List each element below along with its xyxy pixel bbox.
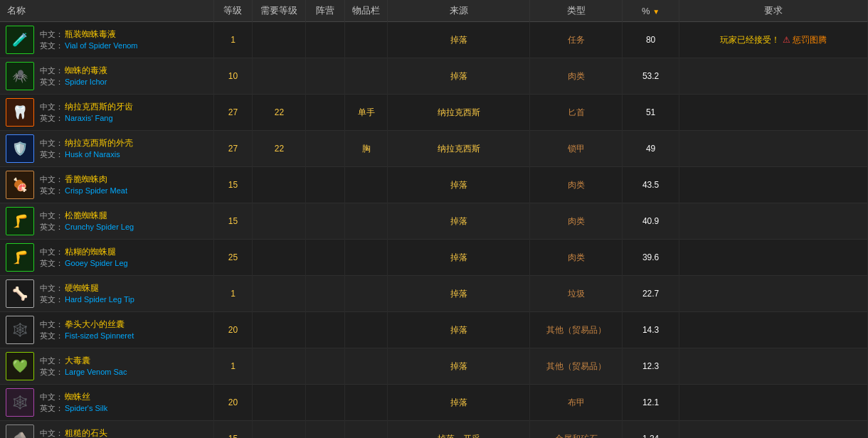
item-type: 肉类 [530, 203, 623, 240]
item-names: 中文：粘糊的蜘蛛腿 英文：Gooey Spider Leg [40, 246, 128, 269]
req-icon: ⚠ [783, 35, 790, 45]
item-type: 锁甲 [530, 131, 623, 167]
item-names: 中文：纳拉克西斯的牙齿 英文：Naraxis' Fang [40, 101, 133, 124]
table-row: 🪨 中文：粗糙的石头 英文：Coarse Stone 15掉落、开采金属和矿石1… [0, 421, 868, 439]
item-requirement [679, 348, 868, 385]
item-names: 中文：香脆蜘蛛肉 英文：Crisp Spider Meat [40, 173, 127, 196]
item-cn-name: 中文：瓶装蜘蛛毒液 [40, 28, 138, 41]
drop-rate: 1.34 [623, 421, 679, 439]
req-level [253, 421, 306, 439]
item-icon: 🕸️ [6, 316, 34, 344]
item-requirement [679, 131, 868, 167]
table-row: 🦴 中文：硬蜘蛛腿 英文：Hard Spider Leg Tip 1掉落垃圾22… [0, 276, 868, 312]
drop-rate: 12.3 [623, 348, 679, 385]
item-source: 掉落 [388, 58, 530, 95]
faction [306, 203, 345, 240]
item-en-name: 英文：Vial of Spider Venom [40, 41, 138, 51]
item-en-name: 英文：Gooey Spider Leg [40, 258, 128, 269]
header-requirement[interactable]: 要求 [679, 0, 868, 22]
header-faction[interactable]: 阵营 [306, 0, 345, 22]
item-name-cell: 🦴 中文：硬蜘蛛腿 英文：Hard Spider Leg Tip [0, 276, 213, 312]
item-name-cell: 🕸️ 中文：蜘蛛丝 英文：Spider's Silk [0, 385, 213, 421]
item-source: 纳拉克西斯 [388, 95, 530, 131]
item-icon: 🦴 [6, 279, 34, 308]
item-icon: 🦵 [6, 207, 34, 235]
item-name-cell: 💚 中文：大毒囊 英文：Large Venom Sac [0, 348, 213, 385]
drop-rate: 49 [623, 131, 679, 167]
header-pct[interactable]: % ▼ [623, 0, 679, 22]
item-level: 1 [213, 348, 253, 385]
req-level [253, 348, 306, 385]
item-icon: 🦷 [6, 98, 34, 127]
item-en-name: 英文：Crunchy Spider Leg [40, 222, 134, 233]
item-cn-name: 中文：硬蜘蛛腿 [40, 282, 134, 294]
item-cn-name: 中文：蜘蛛的毒液 [40, 65, 107, 77]
faction [306, 131, 345, 167]
drop-rate: 22.7 [623, 276, 679, 312]
item-names: 中文：粗糙的石头 英文：Coarse Stone [40, 427, 112, 438]
item-icon: 🍖 [6, 171, 34, 199]
item-requirement [679, 385, 868, 421]
item-level: 1 [213, 22, 253, 58]
drop-rate: 51 [623, 95, 679, 131]
drop-rate: 39.6 [623, 240, 679, 276]
drop-rate: 80 [623, 22, 679, 58]
item-names: 中文：瓶装蜘蛛毒液 英文：Vial of Spider Venom [40, 28, 138, 51]
faction [306, 58, 345, 95]
item-names: 中文：拳头大小的丝囊 英文：Fist-sized Spinneret [40, 319, 134, 341]
item-names: 中文：硬蜘蛛腿 英文：Hard Spider Leg Tip [40, 282, 134, 305]
drop-rate: 43.5 [623, 167, 679, 203]
table-row: 🧪 中文：瓶装蜘蛛毒液 英文：Vial of Spider Venom 1掉落任… [0, 22, 868, 58]
req-detail: 惩罚图腾 [793, 35, 827, 45]
item-names: 中文：蜘蛛丝 英文：Spider's Silk [40, 391, 107, 414]
header-slot[interactable]: 物品栏 [345, 0, 388, 22]
req-level [253, 167, 306, 203]
item-level: 1 [213, 276, 253, 312]
item-en-name: 英文：Hard Spider Leg Tip [40, 294, 134, 305]
item-name-cell: 🦷 中文：纳拉克西斯的牙齿 英文：Naraxis' Fang [0, 95, 213, 131]
req-level [253, 58, 306, 95]
item-requirement [679, 203, 868, 240]
table-row: 💚 中文：大毒囊 英文：Large Venom Sac 1掉落其他（贸易品）12… [0, 348, 868, 385]
item-cn-name: 中文：香脆蜘蛛肉 [40, 173, 127, 186]
item-source: 掉落 [388, 385, 530, 421]
req-level [253, 312, 306, 348]
item-cn-name: 中文：粘糊的蜘蛛腿 [40, 246, 128, 258]
item-name-cell: 🦵 中文：松脆蜘蛛腿 英文：Crunchy Spider Leg [0, 203, 213, 240]
faction [306, 240, 345, 276]
item-level: 27 [213, 131, 253, 167]
item-name-cell: 🪨 中文：粗糙的石头 英文：Coarse Stone [0, 421, 213, 439]
item-cn-name: 中文：松脆蜘蛛腿 [40, 210, 134, 222]
item-type: 肉类 [530, 167, 623, 203]
item-type: 垃圾 [530, 276, 623, 312]
header-source[interactable]: 来源 [388, 0, 530, 22]
item-level: 20 [213, 312, 253, 348]
header-type[interactable]: 类型 [530, 0, 623, 22]
item-type: 其他（贸易品） [530, 348, 623, 385]
item-type: 任务 [530, 22, 623, 58]
item-type: 肉类 [530, 58, 623, 95]
item-level: 15 [213, 421, 253, 439]
item-icon: 🪨 [6, 424, 34, 438]
req-level [253, 276, 306, 312]
item-icon: 🛡️ [6, 134, 34, 163]
item-name-cell: 🕸️ 中文：拳头大小的丝囊 英文：Fist-sized Spinneret [0, 312, 213, 348]
item-slot [345, 240, 388, 276]
header-name[interactable]: 名称 [0, 0, 213, 22]
item-source: 掉落 [388, 167, 530, 203]
item-type: 其他（贸易品） [530, 312, 623, 348]
item-source: 掉落 [388, 276, 530, 312]
item-requirement [679, 95, 868, 131]
req-label: 玩家已经接受！ [720, 35, 780, 45]
item-names: 中文：蜘蛛的毒液 英文：Spider Ichor [40, 65, 107, 87]
faction [306, 312, 345, 348]
header-level[interactable]: 等级 [213, 0, 253, 22]
item-icon: 🕸️ [6, 388, 34, 417]
item-names: 中文：大毒囊 英文：Large Venom Sac [40, 355, 127, 378]
item-icon: 💚 [6, 352, 34, 380]
table-row: 🕸️ 中文：蜘蛛丝 英文：Spider's Silk 20掉落布甲12.1 [0, 385, 868, 421]
header-req-level[interactable]: 需要等级 [253, 0, 306, 22]
table-row: 🍖 中文：香脆蜘蛛肉 英文：Crisp Spider Meat 15掉落肉类43… [0, 167, 868, 203]
table-row: 🛡️ 中文：纳拉克西斯的外壳 英文：Husk of Naraxis 2722胸纳… [0, 131, 868, 167]
item-cn-name: 中文：蜘蛛丝 [40, 391, 107, 403]
